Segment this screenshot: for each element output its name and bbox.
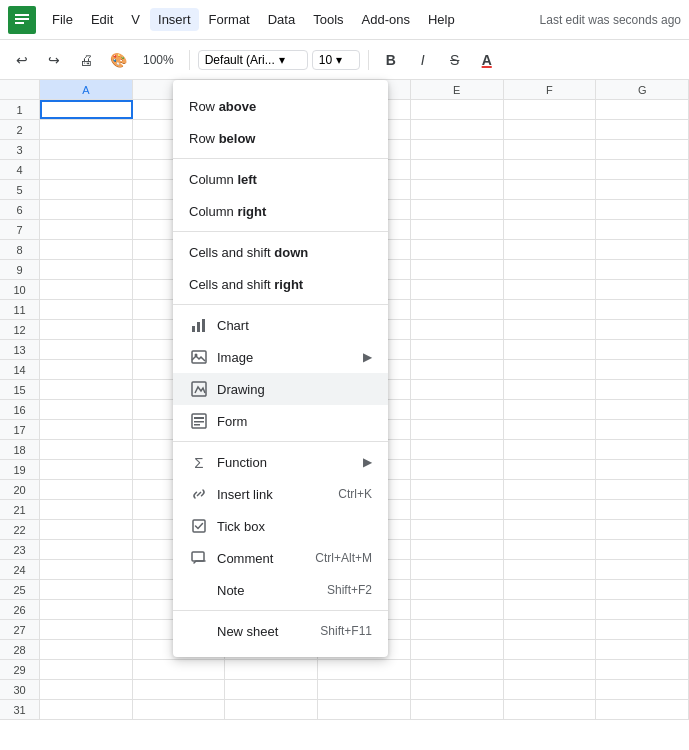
grid-cell[interactable] [411,580,504,599]
grid-cell[interactable] [411,520,504,539]
grid-cell[interactable] [504,420,597,439]
grid-cell[interactable] [504,680,597,699]
grid-cell[interactable] [411,340,504,359]
grid-cell[interactable] [504,120,597,139]
grid-cell[interactable] [596,420,689,439]
col-header-G[interactable]: G [596,80,689,99]
grid-cell[interactable] [411,620,504,639]
grid-cell[interactable] [318,660,411,679]
grid-cell[interactable] [504,520,597,539]
grid-cell[interactable] [504,360,597,379]
grid-cell[interactable] [411,180,504,199]
grid-cell[interactable] [411,360,504,379]
grid-cell[interactable] [504,180,597,199]
grid-cell[interactable] [40,340,133,359]
menu-tools[interactable]: Tools [305,8,351,31]
grid-cell[interactable] [504,340,597,359]
menu-view[interactable]: V [123,8,148,31]
grid-cell[interactable] [40,300,133,319]
grid-cell[interactable] [504,240,597,259]
grid-cell[interactable] [596,460,689,479]
grid-cell[interactable] [40,100,133,119]
grid-cell[interactable] [504,280,597,299]
insert-image[interactable]: Image ▶ [173,341,388,373]
grid-cell[interactable] [40,580,133,599]
grid-cell[interactable] [596,600,689,619]
grid-cell[interactable] [40,540,133,559]
grid-cell[interactable] [596,300,689,319]
grid-cell[interactable] [504,460,597,479]
grid-cell[interactable] [411,200,504,219]
grid-cell[interactable] [40,420,133,439]
grid-cell[interactable] [40,260,133,279]
grid-cell[interactable] [40,640,133,659]
grid-cell[interactable] [504,300,597,319]
grid-cell[interactable] [411,440,504,459]
grid-cell[interactable] [504,400,597,419]
zoom-control[interactable]: 100% [136,50,181,70]
grid-cell[interactable] [40,440,133,459]
grid-cell[interactable] [40,140,133,159]
grid-cell[interactable] [411,660,504,679]
grid-cell[interactable] [596,120,689,139]
grid-cell[interactable] [40,600,133,619]
grid-cell[interactable] [40,240,133,259]
menu-format[interactable]: Format [201,8,258,31]
insert-new-sheet[interactable]: New sheet Shift+F11 [173,615,388,647]
paint-format-button[interactable]: 🎨 [104,46,132,74]
grid-cell[interactable] [411,300,504,319]
grid-cell[interactable] [596,280,689,299]
grid-cell[interactable] [504,600,597,619]
grid-cell[interactable] [318,700,411,719]
grid-cell[interactable] [596,260,689,279]
grid-cell[interactable] [411,120,504,139]
font-selector[interactable]: Default (Ari... ▾ [198,50,308,70]
grid-cell[interactable] [411,320,504,339]
insert-row-below[interactable]: Row below [173,122,388,154]
grid-cell[interactable] [411,640,504,659]
grid-cell[interactable] [504,160,597,179]
grid-cell[interactable] [40,680,133,699]
grid-cell[interactable] [411,240,504,259]
grid-cell[interactable] [411,160,504,179]
insert-tick-box[interactable]: Tick box [173,510,388,542]
italic-button[interactable]: I [409,46,437,74]
grid-cell[interactable] [504,540,597,559]
grid-cell[interactable] [596,220,689,239]
menu-edit[interactable]: Edit [83,8,121,31]
insert-cells-shift-down[interactable]: Cells and shift down [173,236,388,268]
col-header-E[interactable]: E [411,80,504,99]
grid-cell[interactable] [596,380,689,399]
grid-cell[interactable] [504,640,597,659]
grid-cell[interactable] [596,180,689,199]
grid-cell[interactable] [596,560,689,579]
grid-cell[interactable] [411,680,504,699]
grid-cell[interactable] [133,680,226,699]
grid-cell[interactable] [504,560,597,579]
grid-cell[interactable] [40,560,133,579]
menu-data[interactable]: Data [260,8,303,31]
insert-column-right[interactable]: Column right [173,195,388,227]
grid-cell[interactable] [40,180,133,199]
grid-cell[interactable] [133,660,226,679]
insert-chart[interactable]: Chart [173,309,388,341]
bold-button[interactable]: B [377,46,405,74]
grid-cell[interactable] [596,700,689,719]
grid-cell[interactable] [596,500,689,519]
grid-cell[interactable] [596,640,689,659]
grid-cell[interactable] [40,460,133,479]
grid-cell[interactable] [40,120,133,139]
insert-comment[interactable]: Comment Ctrl+Alt+M [173,542,388,574]
text-color-button[interactable]: A [473,46,501,74]
font-size-selector[interactable]: 10 ▾ [312,50,360,70]
insert-note[interactable]: Note Shift+F2 [173,574,388,606]
grid-cell[interactable] [596,440,689,459]
grid-cell[interactable] [411,260,504,279]
insert-row-above[interactable]: Row above [173,90,388,122]
grid-cell[interactable] [411,700,504,719]
grid-cell[interactable] [596,680,689,699]
grid-cell[interactable] [596,340,689,359]
grid-cell[interactable] [596,200,689,219]
grid-cell[interactable] [40,160,133,179]
grid-cell[interactable] [40,660,133,679]
